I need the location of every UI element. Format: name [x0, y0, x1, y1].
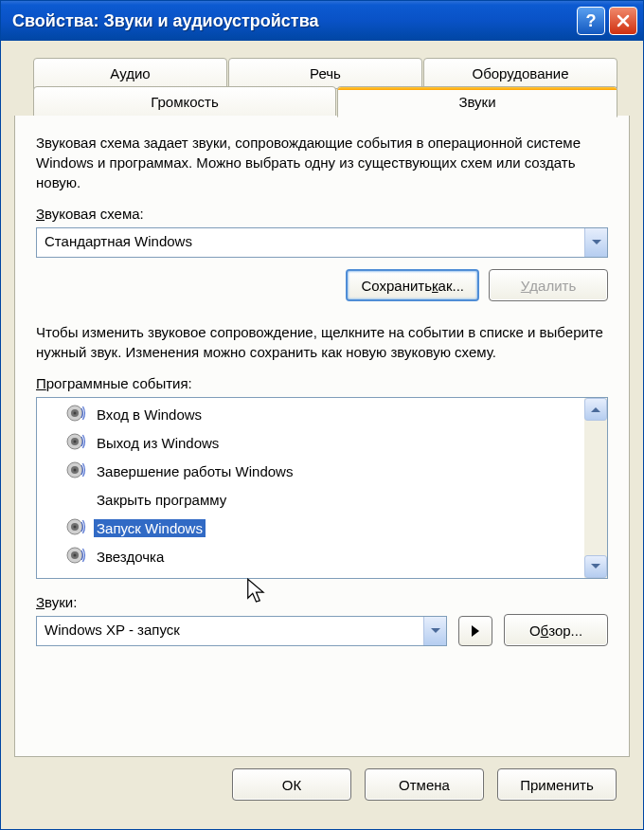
- chevron-down-icon: [591, 564, 600, 569]
- events-listbox[interactable]: Вход в WindowsВыход из WindowsЗавершение…: [36, 397, 608, 579]
- delete-button: Удалить: [489, 269, 608, 301]
- scheme-buttons: Сохранить как... Удалить: [36, 269, 608, 301]
- sounds-label: Звуки:: [36, 594, 447, 610]
- events-description: Чтобы изменить звуковое сопровождение, щ…: [36, 322, 608, 362]
- list-item-label: Вход в Windows: [94, 406, 205, 424]
- list-item[interactable]: Завершение работы Windows: [37, 457, 584, 485]
- list-item[interactable]: Выход из Windows: [37, 428, 584, 457]
- speaker-icon: [65, 460, 88, 482]
- sounds-panel: Звуковая схема задает звуки, сопровождаю…: [14, 116, 630, 757]
- tab-volume[interactable]: Громкость: [33, 86, 336, 117]
- sounds-row: Звуки: Windows XP - запуск Обзор...: [36, 594, 608, 646]
- close-button[interactable]: [609, 7, 637, 35]
- sounds-combo-dropdown[interactable]: [423, 617, 446, 645]
- scheme-label: Звуковая схема:: [36, 206, 608, 222]
- ok-button[interactable]: ОК: [232, 768, 351, 801]
- events-scrollbar[interactable]: [584, 398, 607, 578]
- speaker-icon: [65, 431, 88, 454]
- scheme-combo-dropdown[interactable]: [584, 228, 607, 257]
- svg-point-17: [74, 554, 77, 557]
- dialog-buttons: ОК Отмена Применить: [14, 757, 630, 816]
- list-item-label: Выход из Windows: [94, 434, 222, 452]
- list-item-label: Запуск Windows: [94, 519, 206, 537]
- properties-dialog: Свойства: Звуки и аудиоустройства ? Ауди…: [0, 0, 644, 830]
- scheme-combo-value: Стандартная Windows: [37, 228, 584, 257]
- tab-audio[interactable]: Аудио: [33, 58, 227, 89]
- tab-speech[interactable]: Речь: [228, 58, 422, 89]
- svg-point-14: [74, 526, 77, 529]
- play-icon: [471, 625, 480, 637]
- svg-point-8: [74, 469, 77, 472]
- scroll-track[interactable]: [584, 421, 607, 555]
- list-item[interactable]: Вход в Windows: [37, 400, 584, 428]
- scroll-up-button[interactable]: [584, 398, 607, 421]
- scheme-description: Звуковая схема задает звуки, сопровождаю…: [36, 133, 608, 192]
- svg-point-2: [74, 412, 77, 415]
- cancel-button[interactable]: Отмена: [365, 768, 484, 801]
- tab-hardware[interactable]: Оборудование: [423, 58, 617, 89]
- svg-point-5: [74, 441, 77, 443]
- chevron-down-icon: [431, 628, 440, 634]
- list-item[interactable]: Закрыть программу: [37, 485, 584, 514]
- sounds-combo[interactable]: Windows XP - запуск: [36, 616, 447, 646]
- speaker-icon: [65, 403, 88, 425]
- window-title: Свойства: Звуки и аудиоустройства: [12, 11, 573, 31]
- scroll-down-button[interactable]: [584, 555, 607, 578]
- events-items: Вход в WindowsВыход из WindowsЗавершение…: [37, 398, 584, 578]
- list-item-label: Звездочка: [94, 548, 167, 566]
- browse-button[interactable]: Обзор...: [504, 614, 608, 646]
- content-area: Аудио Речь Оборудование Громкость Звуки …: [1, 41, 643, 829]
- close-icon: [617, 14, 630, 27]
- speaker-icon: [65, 516, 88, 539]
- tab-sounds[interactable]: Звуки: [337, 86, 617, 117]
- scheme-combo[interactable]: Стандартная Windows: [36, 227, 608, 258]
- list-item[interactable]: Звездочка: [37, 542, 584, 570]
- titlebar[interactable]: Свойства: Звуки и аудиоустройства ?: [1, 1, 643, 41]
- save-as-button[interactable]: Сохранить как...: [346, 269, 479, 301]
- list-item-label: Завершение работы Windows: [94, 462, 295, 480]
- chevron-down-icon: [592, 240, 601, 245]
- list-item[interactable]: Запуск Windows: [37, 514, 584, 542]
- apply-button[interactable]: Применить: [497, 768, 617, 801]
- list-item-label: Закрыть программу: [94, 491, 229, 509]
- sounds-combo-value: Windows XP - запуск: [37, 617, 423, 645]
- speaker-icon: [65, 545, 88, 568]
- events-label: Программные события:: [36, 375, 608, 391]
- help-button[interactable]: ?: [577, 7, 605, 35]
- tab-bar: Аудио Речь Оборудование Громкость Звуки: [14, 58, 630, 117]
- play-button[interactable]: [458, 616, 492, 646]
- chevron-up-icon: [591, 406, 600, 412]
